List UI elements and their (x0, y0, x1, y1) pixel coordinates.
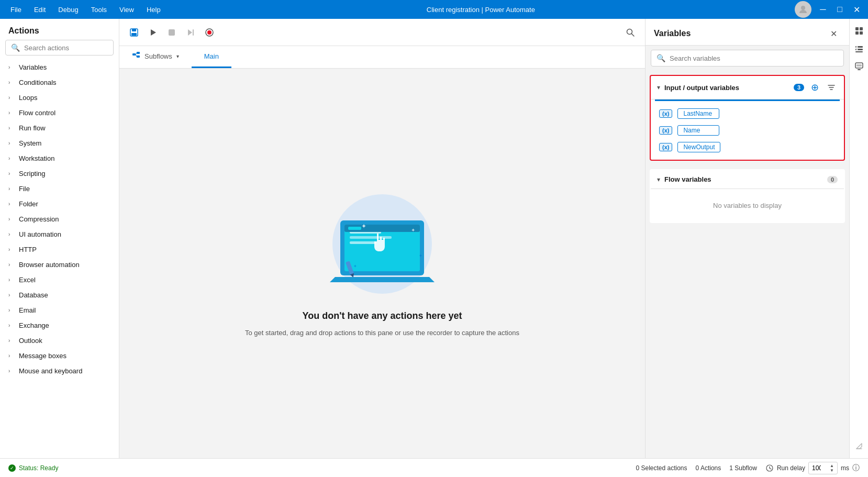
minimize-button[interactable]: ─ (816, 2, 830, 17)
action-item-outlook[interactable]: › Outlook (0, 333, 119, 348)
action-item-system[interactable]: › System (0, 136, 119, 151)
action-item-run-flow[interactable]: › Run flow (0, 120, 119, 136)
spinner-down[interactable]: ▼ (830, 468, 834, 473)
action-item-mouse-keyboard[interactable]: › Mouse and keyboard (0, 363, 119, 379)
action-item-email[interactable]: › Email (0, 303, 119, 318)
spinner-up[interactable]: ▲ (830, 463, 834, 468)
menu-debug[interactable]: Debug (52, 4, 84, 16)
record-button[interactable] (201, 24, 218, 41)
variables-search-input[interactable] (670, 54, 838, 62)
app-title: Client registration | Power Automate (167, 6, 795, 14)
status-icon: ✓ (8, 464, 16, 472)
chevron-icon: › (8, 80, 15, 85)
action-label: Message boxes (19, 352, 66, 360)
tab-main-label: Main (204, 52, 219, 60)
action-item-message-boxes[interactable]: › Message boxes (0, 348, 119, 363)
subflows-icon (132, 51, 140, 61)
svg-text:✦: ✦ (361, 223, 366, 230)
run-delay-input-box[interactable]: ▲ ▼ (808, 462, 838, 474)
svg-rect-37 (855, 51, 863, 52)
action-item-variables[interactable]: › Variables (0, 60, 119, 75)
svg-rect-13 (137, 52, 140, 54)
action-item-loops[interactable]: › Loops (0, 90, 119, 105)
action-label: Flow control (19, 109, 55, 117)
app-body: Actions 🔍 › Variables › Conditionals › L… (0, 19, 868, 458)
action-item-workstation[interactable]: › Workstation (0, 151, 119, 166)
variables-toggle-button[interactable] (851, 23, 867, 39)
chevron-icon: › (8, 201, 15, 207)
chevron-icon: › (8, 323, 15, 328)
filter-variables-button[interactable] (825, 81, 838, 94)
action-item-exchange[interactable]: › Exchange (0, 318, 119, 333)
svg-line-15 (136, 53, 137, 54)
svg-text:✦: ✦ (419, 253, 422, 258)
empty-state: ✦ ✦ ✦ ✦ You don't have any actions here … (245, 189, 519, 338)
menu-help[interactable]: Help (140, 4, 167, 16)
close-button[interactable]: ✕ (849, 2, 864, 17)
chevron-icon: › (8, 216, 15, 222)
run-delay-unit: ms (841, 464, 849, 472)
action-item-database[interactable]: › Database (0, 287, 119, 303)
variable-type-badge: (x) (659, 126, 672, 135)
user-avatar[interactable] (795, 1, 811, 18)
status-metrics: 0 Selected actions 0 Actions 1 Subflow R… (636, 462, 860, 474)
search-icon: 🔍 (11, 43, 20, 52)
variables-close-button[interactable]: ✕ (826, 26, 841, 41)
stop-button[interactable] (163, 24, 180, 41)
menu-edit[interactable]: Edit (28, 4, 52, 16)
save-button[interactable] (126, 24, 142, 41)
action-item-excel[interactable]: › Excel (0, 272, 119, 287)
variables-search-box[interactable]: 🔍 (651, 50, 844, 66)
canvas-area: ✦ ✦ ✦ ✦ You don't have any actions here … (119, 69, 645, 458)
input-output-section-header[interactable]: ▾ Input / output variables 3 ⊕ (651, 76, 844, 99)
action-item-compression[interactable]: › Compression (0, 212, 119, 227)
menu-tools[interactable]: Tools (85, 4, 113, 16)
eraser-button[interactable] (851, 438, 867, 454)
run-delay-value[interactable] (812, 464, 829, 472)
variable-item-newoutput[interactable]: (x) NewOutput (657, 139, 838, 156)
search-input[interactable] (24, 44, 112, 52)
variable-type-badge: (x) (659, 143, 672, 151)
svg-point-38 (856, 46, 858, 48)
assets-button[interactable] (851, 41, 867, 57)
action-item-browser-automation[interactable]: › Browser automation (0, 257, 119, 272)
add-variable-button[interactable]: ⊕ (808, 81, 821, 94)
menu-file[interactable]: File (4, 4, 28, 16)
action-label: Exchange (19, 321, 49, 329)
action-item-file[interactable]: › File (0, 181, 119, 196)
action-item-ui-automation[interactable]: › UI automation (0, 227, 119, 242)
variables-header: Variables ✕ (646, 19, 849, 46)
actions-search-box[interactable]: 🔍 (5, 40, 114, 56)
chevron-icon: › (8, 95, 15, 101)
svg-rect-22 (350, 241, 376, 244)
search-button[interactable] (622, 24, 639, 41)
action-item-http[interactable]: › HTTP (0, 242, 119, 257)
run-delay-spinner[interactable]: ▲ ▼ (830, 463, 834, 473)
menu-bar: File Edit Debug Tools View Help (0, 4, 167, 16)
flow-section-header[interactable]: ▾ Flow variables 0 (651, 170, 844, 189)
action-item-folder[interactable]: › Folder (0, 196, 119, 212)
chevron-icon: › (8, 156, 15, 161)
chevron-icon: › (8, 353, 15, 359)
run-button[interactable] (144, 24, 161, 41)
chevron-icon: › (8, 368, 15, 374)
run-delay-info-icon[interactable]: ⓘ (852, 463, 860, 473)
section-chevron-icon: ▾ (657, 176, 660, 183)
input-output-variables-section: ▾ Input / output variables 3 ⊕ (x) LastN… (650, 75, 845, 161)
action-item-scripting[interactable]: › Scripting (0, 166, 119, 181)
svg-rect-41 (856, 64, 862, 66)
maximize-button[interactable]: □ (832, 2, 847, 17)
ui-elements-button[interactable] (851, 59, 867, 74)
tab-subflows[interactable]: Subflows ▾ (119, 46, 192, 68)
variable-item-name[interactable]: (x) Name (657, 122, 838, 139)
variable-item-lastname[interactable]: (x) LastName (657, 105, 838, 122)
center-panel: Subflows ▾ Main (119, 19, 645, 458)
svg-rect-21 (350, 236, 392, 239)
action-item-flow-control[interactable]: › Flow control (0, 105, 119, 120)
action-label: UI automation (19, 230, 61, 238)
svg-rect-32 (860, 27, 863, 30)
menu-view[interactable]: View (113, 4, 140, 16)
tab-main[interactable]: Main (192, 46, 231, 68)
next-step-button[interactable] (182, 24, 199, 41)
action-item-conditionals[interactable]: › Conditionals (0, 75, 119, 90)
